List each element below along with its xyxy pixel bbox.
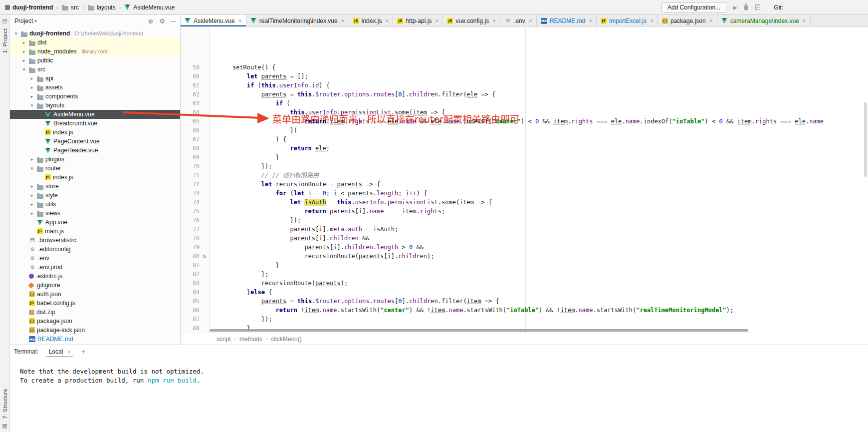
- tree-item[interactable]: .eslintrc.js: [10, 272, 180, 281]
- tree-item[interactable]: ⚙.editorconfig: [10, 245, 180, 254]
- code-line[interactable]: 67 ) {: [181, 135, 868, 144]
- close-icon[interactable]: ×: [385, 17, 389, 24]
- tree-item[interactable]: ▸node_moduleslibrary root: [10, 47, 180, 56]
- tool-stripe-structure[interactable]: 7: Structure: [2, 389, 8, 419]
- locate-file-icon[interactable]: ⊕: [148, 17, 153, 25]
- line-number[interactable]: 79: [181, 243, 200, 252]
- close-icon[interactable]: ×: [67, 349, 70, 355]
- editor-breadcrumb-item[interactable]: clickMenu(): [271, 336, 301, 343]
- tree-item[interactable]: JSindex.js: [10, 173, 180, 182]
- code-line[interactable]: 75 return parents[i].name === item.right…: [181, 207, 868, 216]
- line-number[interactable]: 65: [181, 117, 200, 126]
- code-line[interactable]: 71 // // 递归权限路由: [181, 171, 868, 180]
- new-terminal-icon[interactable]: +: [81, 348, 85, 356]
- breadcrumb-item[interactable]: AsideMenu.vue: [124, 4, 175, 11]
- line-number[interactable]: 74: [181, 198, 200, 207]
- code-line[interactable]: 73 for (let i = 0; i < parents.length; i…: [181, 189, 868, 198]
- close-icon[interactable]: ×: [803, 17, 806, 24]
- code-line[interactable]: 69 }: [181, 153, 868, 162]
- close-icon[interactable]: ×: [709, 17, 713, 24]
- line-number[interactable]: 67: [181, 135, 200, 144]
- tree-item[interactable]: JSindex.js: [10, 128, 180, 137]
- chevron-down-icon[interactable]: ▾: [34, 18, 37, 23]
- editor-breadcrumb-item[interactable]: script: [217, 336, 231, 343]
- code-line[interactable]: 68 return ele;: [181, 144, 868, 153]
- code-line[interactable]: 77 parents[i].meta.auth = isAuth;: [181, 225, 868, 234]
- chevron-icon[interactable]: ▸: [29, 184, 35, 189]
- tree-item[interactable]: ▤.browserslistrc: [10, 236, 180, 245]
- tree-item[interactable]: ▸assets: [10, 83, 180, 92]
- close-icon[interactable]: ×: [492, 17, 496, 24]
- chevron-icon[interactable]: ▸: [29, 76, 35, 81]
- breadcrumb-item[interactable]: duoji-frontend: [5, 4, 53, 11]
- code-line[interactable]: 81 }: [181, 261, 868, 270]
- settings-gear-icon[interactable]: ⚙: [159, 17, 165, 25]
- code-line[interactable]: 84 }else {: [181, 288, 868, 297]
- tree-item[interactable]: ▸public: [10, 56, 180, 65]
- line-number[interactable]: 59: [181, 63, 200, 72]
- add-configuration-button[interactable]: Add Configuration...: [661, 2, 726, 13]
- line-number[interactable]: 77: [181, 225, 200, 234]
- line-number[interactable]: 73: [181, 189, 200, 198]
- horizontal-scrollbar[interactable]: [210, 329, 748, 332]
- debug-icon[interactable]: [744, 5, 748, 10]
- line-number[interactable]: 78: [181, 234, 200, 243]
- breadcrumb-item[interactable]: src: [62, 4, 79, 11]
- editor-tab[interactable]: {}package.json×: [658, 15, 717, 26]
- line-number[interactable]: 69: [181, 153, 200, 162]
- line-number[interactable]: 66: [181, 126, 200, 135]
- tree-item[interactable]: Breadcrumb.vue: [10, 119, 180, 128]
- terminal-output[interactable]: Note that the development build is not o…: [10, 358, 868, 385]
- terminal-tab-local[interactable]: Local ×: [46, 346, 73, 357]
- code-line[interactable]: 60 let parents = [];: [181, 72, 868, 81]
- tree-item[interactable]: JSbabel.config.js: [10, 299, 180, 308]
- chevron-icon[interactable]: ▸: [29, 94, 35, 99]
- line-number[interactable]: 76: [181, 216, 200, 225]
- chevron-icon[interactable]: ▸: [29, 202, 35, 207]
- line-number[interactable]: 71: [181, 171, 200, 180]
- editor-tab[interactable]: JSimportExcel.js×: [597, 15, 658, 26]
- tree-item[interactable]: PageContent.vue: [10, 137, 180, 146]
- tree-item[interactable]: {}package.json: [10, 317, 180, 326]
- code-line[interactable]: 61 if (this.userInfo.id) {: [181, 81, 868, 90]
- line-number[interactable]: 83: [181, 279, 200, 288]
- close-icon[interactable]: ×: [589, 17, 592, 24]
- tree-item[interactable]: dist.zip: [10, 308, 180, 317]
- tree-item[interactable]: ⚙.env: [10, 254, 180, 263]
- line-number[interactable]: 75: [181, 207, 200, 216]
- editor-tab[interactable]: realTimeMonitoring\index.vue×: [246, 15, 349, 26]
- line-number[interactable]: 88: [181, 324, 200, 333]
- code-line[interactable]: 82 };: [181, 270, 868, 279]
- tree-item[interactable]: ▾src: [10, 65, 180, 74]
- hide-panel-icon[interactable]: ─: [171, 17, 176, 25]
- code-line[interactable]: 76 });: [181, 216, 868, 225]
- chevron-icon[interactable]: ▸: [21, 49, 27, 54]
- tool-window-icon[interactable]: ▤: [2, 17, 7, 24]
- close-icon[interactable]: ×: [435, 17, 438, 24]
- code-line[interactable]: 78 parents[i].children &&: [181, 234, 868, 243]
- tree-item[interactable]: ▸utils: [10, 200, 180, 209]
- tree-item[interactable]: MDREADME.md: [10, 335, 180, 344]
- code-line[interactable]: 72 let recursionRoute = parents => {: [181, 180, 868, 189]
- chevron-icon[interactable]: ▸: [21, 58, 27, 63]
- chevron-icon[interactable]: ▾: [29, 166, 35, 171]
- code-line[interactable]: 70 });: [181, 162, 868, 171]
- code-line[interactable]: 65 return item.rights === ele.name && el…: [181, 117, 868, 126]
- tree-item[interactable]: ▸components: [10, 92, 180, 101]
- tree-item[interactable]: App.vue: [10, 218, 180, 227]
- code-line[interactable]: 85 parents = this.$router.options.routes…: [181, 297, 868, 306]
- project-panel-title[interactable]: Project: [14, 17, 33, 24]
- close-icon[interactable]: ×: [650, 17, 653, 24]
- chevron-icon[interactable]: ▾: [13, 31, 19, 36]
- line-number[interactable]: 82: [181, 270, 200, 279]
- chevron-icon[interactable]: ▸: [29, 211, 35, 216]
- line-number[interactable]: 86: [181, 306, 200, 315]
- chevron-icon[interactable]: ▾: [21, 67, 27, 72]
- line-number[interactable]: 61: [181, 81, 200, 90]
- chevron-icon[interactable]: ▸: [29, 193, 35, 198]
- code-editor[interactable]: 59 setRoute() {60 let parents = [];61 if…: [181, 27, 868, 333]
- line-number[interactable]: 81: [181, 261, 200, 270]
- tree-item[interactable]: ▸dist: [10, 38, 180, 47]
- run-icon[interactable]: ▶: [733, 4, 737, 10]
- line-number[interactable]: 64: [181, 108, 200, 117]
